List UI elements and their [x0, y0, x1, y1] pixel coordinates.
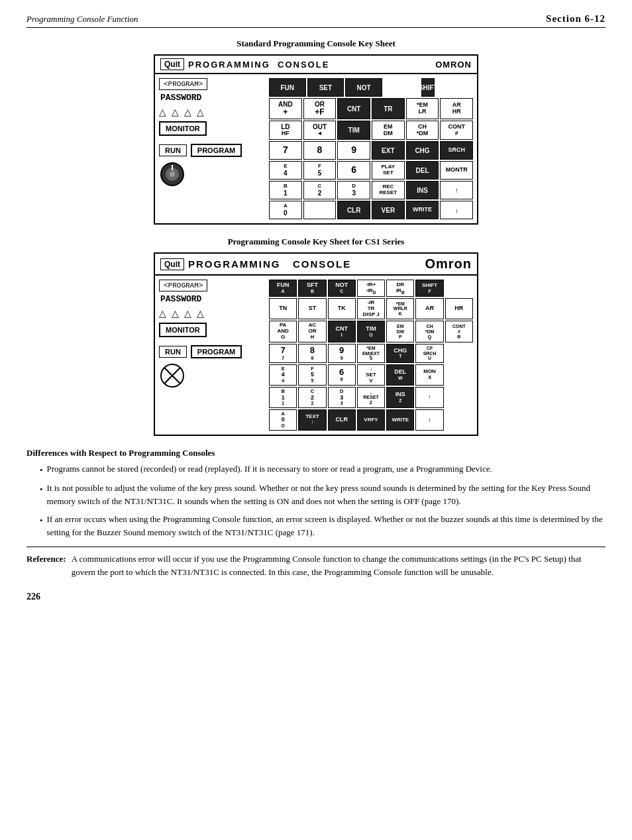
cs1-quit-button: Quit — [160, 258, 184, 270]
key-cont: CONT# — [440, 121, 473, 140]
dial-area — [159, 161, 265, 189]
cs1-key-b1: B11 — [269, 387, 297, 408]
key-del: DEL — [406, 161, 439, 180]
key-up: ↑ — [440, 181, 473, 199]
cs1-console-header: Quit PROGRAMMING CONSOLE Omron — [155, 254, 477, 276]
cs1-key-reset: ↓RESETZ — [357, 387, 385, 408]
console-right: FUN SET NOT SHIFT AND+ OR+F CNT TR *EMLR… — [269, 78, 473, 219]
cs1-program-label: <PROGRAM> — [159, 280, 207, 291]
cs1-key-em-ext: *EMEM|EXTS — [357, 344, 385, 363]
page-footer: 226 — [26, 592, 606, 602]
diff-text-3: If an error occurs when using the Progra… — [47, 513, 606, 539]
program-button: PROGRAM — [191, 144, 242, 157]
differences-title: Differences with Respect to Programming … — [26, 448, 606, 458]
key-ins: INS — [406, 181, 439, 199]
cs1-key-tim: TIMO — [357, 321, 385, 342]
cs1-key-9: 99 — [328, 344, 356, 363]
diff-bullet-2: • It is not possible to adjust the volum… — [40, 482, 606, 507]
key-play-set: PLAYSET — [372, 161, 405, 180]
cs1-key-mon: MONX — [415, 364, 443, 386]
cs1-omron-logo: Omron — [425, 256, 472, 272]
cs1-key-cf-srch: CFSRCHU — [415, 344, 443, 363]
cs1-key-down: ↓ — [415, 409, 443, 431]
diff-bullet-1: • Programs cannot be stored (recorded) o… — [40, 462, 606, 477]
cs1-console-right: FUNA SFTB NOTC ·IR+·IRD DRIRB SHIFTF TN … — [269, 280, 473, 431]
cs1-key-ir-plus: ·IR+·IRD — [357, 280, 385, 297]
key-f5: F5 — [303, 161, 337, 180]
standard-console-box: Quit PROGRAMMING CONSOLE OMRON <PROGRAM>… — [154, 54, 478, 225]
cs1-key-ch: CH*DMQ — [415, 321, 443, 342]
programming-label: PROGRAMMING CONSOLE — [188, 60, 329, 70]
key-ar-hr: ARHR — [440, 98, 473, 119]
cs1-mode-row: RUN PROGRAM — [159, 345, 265, 358]
key-8: 8 — [303, 141, 337, 160]
key-set: SET — [307, 78, 344, 97]
cs1-arrows-row: △△△△ — [159, 308, 265, 319]
cs1-programming-label: PROGRAMMING CONSOLE — [188, 258, 351, 270]
cs1-key-ar: AR — [415, 298, 443, 319]
key-tim: TIM — [337, 121, 370, 140]
differences-section: Differences with Respect to Programming … — [26, 448, 606, 539]
standard-console-container: Quit PROGRAMMING CONSOLE OMRON <PROGRAM>… — [26, 54, 606, 225]
console-header: Quit PROGRAMMING CONSOLE OMRON — [155, 56, 477, 74]
key-b1: B1 — [269, 181, 302, 199]
cs1-key-e4: E44 — [269, 364, 297, 386]
diff-text-1: Programs cannot be stored (recorded) or … — [47, 462, 492, 477]
key-tr: TR — [372, 98, 405, 119]
key-9: 9 — [337, 141, 370, 160]
key-fun: FUN — [269, 78, 306, 97]
cs1-key-em-wrlr: *EMWRLRK — [386, 298, 414, 319]
key-a0: A0 — [269, 201, 302, 219]
mode-row: RUN PROGRAM — [159, 144, 265, 157]
cs1-console-left: <PROGRAM> PASSWORD △△△△ MONITOR RUN PROG… — [159, 280, 265, 431]
key-em-lr: *EMLR — [406, 98, 439, 119]
cs1-key-clr: CLR — [328, 409, 356, 431]
cs1-key-hr: HR — [445, 298, 473, 319]
cs1-key-shift: SHIFTF — [415, 280, 443, 297]
cs1-key-c2: C22 — [298, 387, 326, 408]
key-write: WRITE — [406, 201, 439, 219]
monitor-box: MONITOR — [159, 121, 207, 136]
key-down: ↓ — [440, 201, 473, 219]
key-shift: SHIFT — [421, 78, 435, 97]
page-number: 226 — [26, 592, 40, 602]
svg-point-2 — [170, 172, 175, 177]
reference-label: Reference: — [26, 552, 66, 578]
arrows-row: △△△△ — [159, 107, 265, 117]
reference-text: A communications error will occur if you… — [72, 552, 606, 578]
key-d3: D3 — [337, 181, 370, 199]
cs1-console-box: Quit PROGRAMMING CONSOLE Omron <PROGRAM>… — [154, 252, 478, 436]
cs1-key-vrfy: VRFY — [357, 409, 385, 431]
key-ld: LDHF — [269, 121, 302, 140]
cs1-key-dr-b: DRIRB — [386, 280, 414, 297]
cs1-run-button: RUN — [159, 346, 187, 358]
cs1-key-up: ↑ — [415, 387, 443, 408]
key-montr: MONTR — [440, 161, 473, 180]
cs1-key-sft: SFTB — [298, 280, 326, 297]
cs1-key-7: 77 — [269, 344, 297, 363]
key-or: OR+F — [303, 98, 337, 119]
cs1-dial-icon — [159, 362, 185, 389]
cs1-key-ins: INSZ — [386, 387, 414, 408]
cs1-key-tk: TK — [328, 298, 356, 319]
key-srch: SRCH — [440, 141, 473, 160]
key-e4: E4 — [269, 161, 302, 180]
key-em-dm: EMDM — [372, 121, 405, 140]
omron-logo: OMRON — [435, 60, 472, 70]
key-7: 7 — [269, 141, 302, 160]
cs1-key-cnt: CNTI — [328, 321, 356, 342]
reference-block: Reference: A communications error will o… — [26, 547, 606, 578]
cs1-key-tn: TN — [269, 298, 297, 319]
key-ver: VER — [372, 201, 405, 219]
cs1-key-and: PAANDG — [269, 321, 297, 342]
section2-title: Programming Console Key Sheet for CS1 Se… — [26, 236, 606, 247]
cs1-key-del: DELW — [386, 364, 414, 386]
key-ext: EXT — [372, 141, 405, 160]
password-label: PASSWORD — [160, 93, 201, 103]
cs1-dial-area — [159, 362, 265, 390]
quit-button: Quit — [160, 58, 184, 70]
cs1-key-6: 66 — [328, 364, 356, 386]
key-cnt: CNT — [337, 98, 370, 119]
cs1-key-text: TEXT↑ — [298, 409, 326, 431]
key-chg: CHG — [406, 141, 439, 160]
